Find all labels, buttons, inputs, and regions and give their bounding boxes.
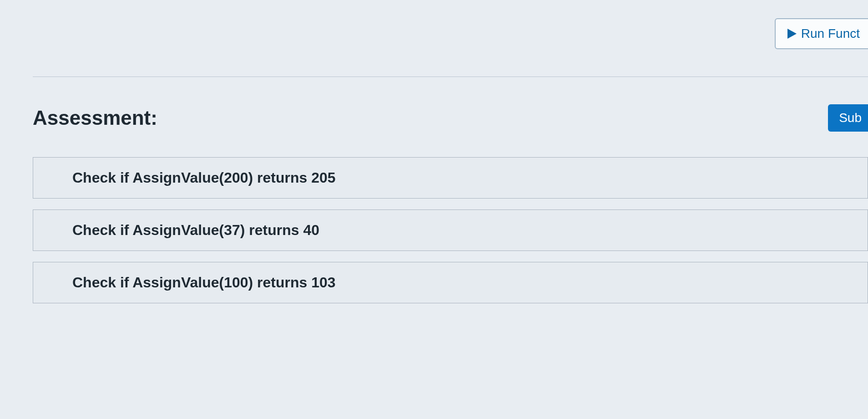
assessment-header: Assessment: Sub	[33, 104, 868, 132]
test-item-text: Check if AssignValue(200) returns 205	[72, 169, 336, 186]
svg-marker-0	[787, 29, 797, 39]
play-icon	[787, 29, 797, 39]
run-function-button[interactable]: Run Funct	[775, 18, 868, 49]
test-item: Check if AssignValue(100) returns 103	[33, 262, 868, 303]
test-list: Check if AssignValue(200) returns 205 Ch…	[33, 157, 868, 303]
test-item: Check if AssignValue(200) returns 205	[33, 157, 868, 199]
submit-button[interactable]: Sub	[828, 104, 868, 132]
section-divider	[33, 77, 868, 77]
test-item-text: Check if AssignValue(37) returns 40	[72, 222, 319, 238]
toolbar: Run Funct	[33, 18, 868, 49]
test-item: Check if AssignValue(37) returns 40	[33, 210, 868, 251]
main-container: Run Funct Assessment: Sub Check if Assig…	[0, 0, 868, 303]
run-button-label: Run Funct	[801, 26, 860, 41]
assessment-title: Assessment:	[33, 107, 157, 129]
test-item-text: Check if AssignValue(100) returns 103	[72, 274, 336, 291]
